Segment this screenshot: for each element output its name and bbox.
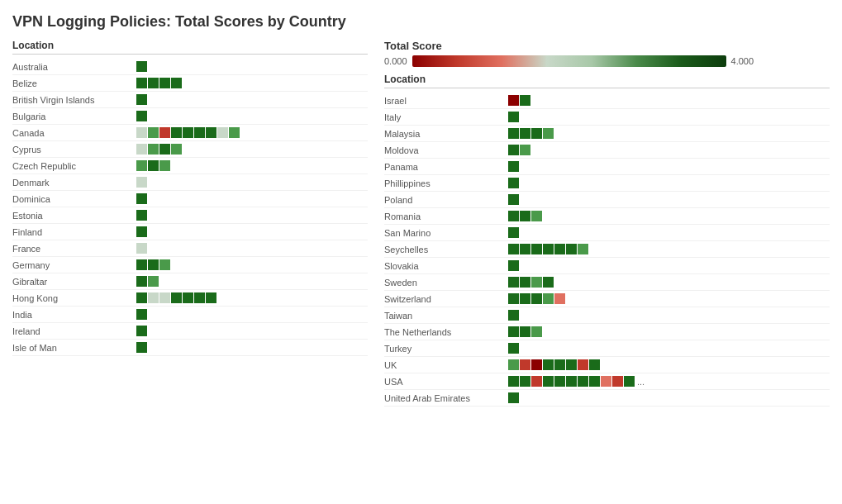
table-row: San Marino bbox=[384, 225, 830, 241]
squares-container bbox=[508, 293, 565, 304]
score-square bbox=[148, 292, 159, 303]
score-square bbox=[508, 293, 519, 304]
score-square bbox=[194, 127, 205, 138]
score-square bbox=[183, 127, 193, 138]
score-square bbox=[531, 359, 542, 370]
table-row: Canada bbox=[12, 125, 368, 141]
country-name: Cyprus bbox=[12, 145, 136, 155]
country-name: UK bbox=[384, 360, 508, 370]
score-square bbox=[520, 244, 530, 254]
score-square bbox=[194, 292, 205, 303]
score-square bbox=[136, 326, 147, 336]
score-square bbox=[601, 376, 611, 387]
table-row: Slovakia bbox=[384, 258, 830, 274]
score-square bbox=[531, 244, 542, 254]
score-square bbox=[554, 359, 565, 370]
score-square bbox=[531, 211, 542, 221]
squares-container bbox=[136, 243, 147, 254]
score-square bbox=[171, 78, 182, 88]
squares-container bbox=[508, 145, 530, 155]
score-square bbox=[159, 144, 170, 155]
squares-container bbox=[508, 343, 519, 354]
table-row: UK bbox=[384, 357, 830, 373]
table-row: Czech Republic bbox=[12, 158, 368, 174]
table-row: British Virgin Islands bbox=[12, 92, 368, 108]
country-name: Switzerland bbox=[384, 294, 508, 304]
score-square bbox=[508, 359, 519, 370]
table-row: Denmark bbox=[12, 174, 368, 191]
score-square bbox=[136, 243, 147, 254]
squares-container bbox=[136, 259, 170, 270]
score-square bbox=[206, 292, 216, 303]
score-square bbox=[148, 160, 159, 171]
table-row: Taiwan bbox=[384, 307, 830, 324]
score-square bbox=[148, 276, 159, 287]
score-square bbox=[554, 376, 565, 387]
country-name: Isle of Man bbox=[12, 343, 136, 353]
country-name: Finland bbox=[12, 227, 136, 237]
table-row: Estonia bbox=[12, 207, 368, 224]
country-name: Phillippines bbox=[384, 178, 508, 188]
score-square bbox=[508, 194, 519, 205]
table-row: Romania bbox=[384, 208, 830, 225]
score-square bbox=[543, 277, 554, 288]
squares-container bbox=[508, 161, 519, 172]
table-row: Turkey bbox=[384, 340, 830, 357]
score-square bbox=[508, 211, 519, 221]
table-row: Belize bbox=[12, 75, 368, 92]
score-square bbox=[159, 259, 170, 270]
left-location-header: Location bbox=[12, 40, 368, 55]
legend-section: Total Score 0.000 4.000 bbox=[384, 40, 830, 67]
squares-container bbox=[508, 194, 519, 205]
score-square bbox=[508, 145, 519, 155]
right-data-table: IsraelItalyMalaysiaMoldovaPanamaPhillipp… bbox=[384, 93, 830, 407]
squares-container bbox=[508, 178, 519, 188]
country-name: Australia bbox=[12, 62, 136, 72]
score-square bbox=[508, 95, 519, 106]
score-square bbox=[531, 326, 542, 337]
country-name: Canada bbox=[12, 128, 136, 138]
table-row: Poland bbox=[384, 192, 830, 208]
score-square bbox=[148, 259, 159, 270]
squares-container bbox=[136, 160, 170, 171]
table-row: Phillippines bbox=[384, 175, 830, 192]
squares-container bbox=[508, 310, 519, 321]
score-square bbox=[171, 144, 182, 155]
table-row: Finland bbox=[12, 224, 368, 240]
score-square bbox=[136, 210, 147, 221]
country-name: Germany bbox=[12, 260, 136, 270]
squares-container bbox=[136, 276, 159, 287]
country-name: Seychelles bbox=[384, 245, 508, 254]
squares-container bbox=[508, 227, 519, 238]
score-square bbox=[589, 359, 600, 370]
score-square bbox=[543, 244, 554, 254]
table-row: Isle of Man bbox=[12, 340, 368, 356]
score-square bbox=[543, 293, 554, 304]
score-square bbox=[578, 376, 588, 387]
country-name: Estonia bbox=[12, 211, 136, 221]
country-name: Gibraltar bbox=[12, 277, 136, 287]
table-row: Australia bbox=[12, 59, 368, 75]
country-name: Italy bbox=[384, 112, 508, 122]
score-square bbox=[508, 326, 519, 337]
score-square bbox=[566, 244, 577, 254]
score-square bbox=[148, 144, 159, 155]
squares-container bbox=[136, 193, 147, 204]
squares-container bbox=[136, 309, 147, 320]
score-square bbox=[531, 293, 542, 304]
score-square bbox=[183, 292, 193, 303]
score-square bbox=[554, 244, 565, 254]
score-square bbox=[136, 127, 147, 138]
score-square bbox=[543, 376, 554, 387]
squares-container bbox=[508, 260, 519, 271]
squares-container bbox=[136, 177, 147, 188]
table-row: Sweden bbox=[384, 274, 830, 291]
country-name: The Netherlands bbox=[384, 327, 508, 337]
country-name: Czech Republic bbox=[12, 161, 136, 171]
squares-container bbox=[136, 78, 182, 88]
score-square bbox=[148, 78, 159, 88]
table-row: The Netherlands bbox=[384, 324, 830, 340]
score-square bbox=[624, 376, 635, 387]
squares-container bbox=[508, 277, 554, 288]
table-row: Hong Kong bbox=[12, 290, 368, 307]
